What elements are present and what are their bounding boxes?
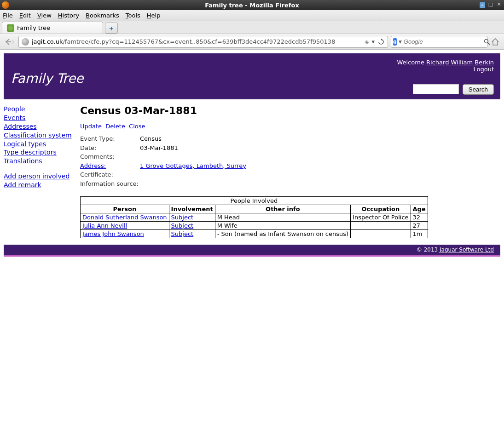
close-link[interactable]: Close [129, 123, 145, 130]
home-button[interactable] [490, 37, 500, 47]
update-link[interactable]: Update [80, 123, 102, 130]
page-heading: Census 03-Mar-1881 [80, 105, 500, 116]
table-header-row: Person Involvement Other info Occupation… [81, 205, 428, 213]
person-link[interactable]: Julia Ann Nevill [82, 222, 127, 229]
th-involvement: Involvement [169, 205, 215, 213]
svg-point-0 [484, 39, 488, 43]
search-icon[interactable] [483, 38, 491, 46]
menu-view[interactable]: View [37, 12, 52, 19]
event-type-label: Event Type: [80, 134, 140, 143]
th-occupation: Occupation [351, 205, 411, 213]
date-value: 03-Mar-1881 [140, 143, 178, 153]
person-link[interactable]: James John Swanson [82, 230, 144, 237]
people-table: People Involved Person Involvement Other… [80, 196, 428, 238]
th-age: Age [411, 205, 428, 213]
table-caption: People Involved [81, 197, 428, 205]
copyright: © 2013 [417, 246, 440, 253]
welcome-block: Welcome Richard William Berkin Logout [397, 59, 494, 73]
navbar: jagit.co.uk/famtree/cfe.py?cq=112455767&… [0, 34, 504, 50]
url-text: jagit.co.uk/famtree/cfe.py?cq=112455767&… [32, 38, 362, 45]
logout-link[interactable]: Logout [473, 66, 494, 73]
sidebar-add-remark[interactable]: Add remark [4, 181, 72, 189]
involvement-link[interactable]: Subject [171, 214, 194, 221]
th-person: Person [81, 205, 169, 213]
occupation-cell: Inspector Of Police [351, 213, 411, 222]
window-close-button[interactable]: ✕ [496, 2, 502, 8]
other-cell: - Son (named as Infant Swanson on census… [215, 230, 350, 238]
action-links: Update Delete Close [80, 123, 500, 130]
menu-file[interactable]: File [3, 12, 13, 19]
sidebar-addresses[interactable]: Addresses [4, 122, 72, 131]
sidebar-logical-types[interactable]: Logical types [4, 140, 72, 149]
window-title: Family tree - Mozilla Firefox [205, 2, 299, 9]
main-content: Census 03-Mar-1881 Update Delete Close E… [80, 105, 500, 238]
infosource-label: Information source: [80, 179, 140, 189]
new-tab-button[interactable]: + [105, 23, 118, 34]
footer: © 2013 Jaguar Software Ltd [4, 245, 500, 257]
other-cell: M Wife [215, 222, 350, 230]
menu-help[interactable]: Help [147, 12, 161, 19]
table-row: James John Swanson Subject - Son (named … [81, 230, 428, 238]
event-details: Event Type:Census Date:03-Mar-1881 Comme… [80, 134, 500, 188]
tab-active[interactable]: Family tree [2, 22, 103, 34]
table-row: Donald Sutherland Swanson Subject M Head… [81, 213, 428, 222]
sidebar-add-person[interactable]: Add person involved [4, 172, 72, 181]
sidebar-people[interactable]: People [4, 105, 72, 114]
url-bar[interactable]: jagit.co.uk/famtree/cfe.py?cq=112455767&… [18, 36, 388, 48]
age-cell: 32 [411, 213, 428, 222]
occupation-cell [351, 222, 411, 230]
tabbar: Family tree + [0, 21, 504, 34]
table-row: Julia Ann Nevill Subject M Wife 27 [81, 222, 428, 230]
search-provider-dropdown[interactable]: ▼ [399, 40, 402, 44]
header-search-button[interactable]: Search [463, 84, 494, 95]
involvement-link[interactable]: Subject [171, 222, 194, 229]
involvement-link[interactable]: Subject [171, 230, 194, 237]
sidebar-classification[interactable]: Classification system [4, 131, 72, 140]
header-search-input[interactable] [413, 84, 459, 94]
firefox-icon [2, 1, 9, 9]
comments-label: Comments: [80, 152, 140, 161]
date-label: Date: [80, 143, 140, 153]
event-type-value: Census [140, 134, 162, 143]
certificate-label: Certificate: [80, 170, 140, 179]
url-dropdown-icon[interactable]: ▾ [371, 38, 375, 45]
age-cell: 1m [411, 230, 428, 238]
menu-edit[interactable]: Edit [19, 12, 31, 19]
maximize-button[interactable]: □ [487, 2, 494, 8]
address-label: Address: [80, 161, 140, 171]
address-link[interactable]: 1 Grove Gottages, Lambeth, Surrey [140, 162, 246, 169]
menu-bookmarks[interactable]: Bookmarks [86, 12, 119, 19]
globe-icon [22, 38, 29, 46]
occupation-cell [351, 230, 411, 238]
feed-icon[interactable]: ◈ [365, 39, 369, 45]
age-cell: 27 [411, 222, 428, 230]
svg-line-1 [488, 43, 490, 45]
person-link[interactable]: Donald Sutherland Swanson [82, 214, 167, 221]
header-banner: Welcome Richard William Berkin Logout Fa… [4, 53, 500, 99]
other-cell: M Head [215, 213, 350, 222]
welcome-prefix: Welcome [397, 59, 426, 66]
user-link[interactable]: Richard William Berkin [426, 59, 494, 66]
sidebar-events[interactable]: Events [4, 114, 72, 122]
tab-label: Family tree [17, 24, 50, 31]
header-search: Search [413, 84, 494, 95]
menu-history[interactable]: History [58, 12, 79, 19]
back-button[interactable] [4, 37, 16, 47]
tab-favicon [7, 24, 14, 32]
delete-link[interactable]: Delete [105, 123, 125, 130]
sidebar-type-descriptors[interactable]: Type descriptors [4, 148, 72, 157]
search-box[interactable]: g ▼ [391, 36, 487, 48]
search-input[interactable] [404, 38, 481, 45]
sidebar: People Events Addresses Classification s… [4, 105, 72, 238]
minimize-button[interactable]: ‐ [479, 2, 486, 8]
sidebar-translations[interactable]: Translations [4, 157, 72, 166]
page: Welcome Richard William Berkin Logout Fa… [0, 50, 504, 260]
window-titlebar: Family tree - Mozilla Firefox ‐ □ ✕ [0, 0, 504, 10]
menubar: File Edit View History Bookmarks Tools H… [0, 10, 504, 21]
menu-tools[interactable]: Tools [126, 12, 140, 19]
company-link[interactable]: Jaguar Software Ltd [440, 246, 494, 253]
th-other: Other info [215, 205, 350, 213]
reload-button[interactable] [377, 38, 385, 46]
google-icon[interactable]: g [393, 38, 397, 46]
